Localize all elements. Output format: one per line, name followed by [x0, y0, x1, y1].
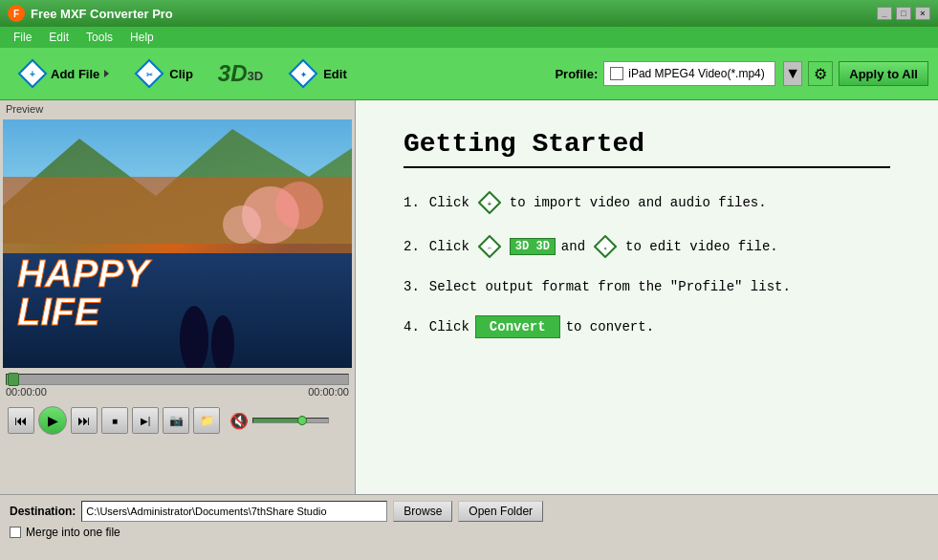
profile-dropdown-button[interactable]: ▼: [783, 61, 802, 86]
controls-area: ⏮ ▶ ⏭ ■ ▶| 📷 📁 🔇: [0, 402, 355, 439]
profile-label: Profile:: [555, 67, 598, 81]
svg-text:+: +: [487, 200, 491, 208]
volume-thumb[interactable]: [297, 416, 307, 425]
menu-bar: File Edit Tools Help: [0, 27, 938, 48]
merge-row: Merge into one file: [10, 526, 928, 539]
toolbar: + Add File ✂ Clip 3D 3D ✦ Edit Profil: [0, 48, 938, 100]
step-4-num: 4.: [404, 319, 420, 334]
app-icon: F: [8, 5, 25, 22]
preview-image: HAPPY LIFE: [3, 119, 352, 368]
step-1-row: 1. Click + to import video and audio fil…: [404, 191, 890, 214]
app-title: Free MXF Converter Pro: [31, 7, 877, 21]
time-total: 00:00:00: [308, 386, 349, 398]
right-panel: Getting Started 1. Click + to import vid…: [356, 100, 938, 494]
svg-text:+: +: [30, 69, 35, 79]
main-content: Preview: [0, 100, 938, 494]
folder-button[interactable]: 📁: [193, 407, 220, 434]
step-1-icon: +: [478, 191, 501, 214]
progress-thumb[interactable]: [8, 373, 19, 386]
frame-forward-button[interactable]: ▶|: [132, 407, 159, 434]
step-2-3d-icon: 3D 3D: [510, 238, 556, 255]
close-button[interactable]: ×: [915, 7, 930, 20]
minimize-button[interactable]: _: [877, 7, 892, 20]
add-file-icon: +: [17, 58, 48, 89]
menu-edit[interactable]: Edit: [41, 29, 76, 46]
menu-file[interactable]: File: [6, 29, 39, 46]
threed-label: 3D: [218, 60, 248, 87]
step-4-row: 4. Click Convert to convert.: [404, 315, 890, 338]
clip-icon: ✂: [134, 58, 164, 89]
clip-label: Clip: [169, 67, 193, 81]
destination-label: Destination:: [10, 505, 76, 518]
svg-point-12: [223, 205, 261, 244]
svg-text:✦: ✦: [300, 71, 307, 79]
step-2-row: 2. Click ✂ 3D 3D and ✦ to edit video fil…: [404, 235, 890, 258]
screenshot-button[interactable]: 📷: [163, 407, 189, 434]
preview-area: HAPPY LIFE: [3, 119, 352, 368]
clip-button[interactable]: ✂ Clip: [126, 54, 201, 93]
svg-text:LIFE: LIFE: [17, 291, 101, 333]
convert-button[interactable]: Convert: [475, 315, 560, 338]
svg-text:HAPPY: HAPPY: [17, 252, 152, 294]
open-folder-button[interactable]: Open Folder: [458, 501, 543, 522]
step-4-end: to convert.: [566, 319, 654, 334]
profile-value: iPad MPEG4 Video(*.mp4): [628, 67, 765, 80]
step-1-num: 1.: [404, 195, 420, 210]
step-2-end: to edit video file.: [625, 239, 778, 254]
merge-checkbox[interactable]: [10, 527, 21, 538]
step-1-click: Click: [429, 195, 469, 210]
add-file-dropdown-arrow[interactable]: [104, 70, 109, 77]
svg-text:✂: ✂: [146, 71, 153, 79]
edit-button[interactable]: ✦ Edit: [280, 54, 355, 93]
destination-row: Destination: C:\Users\Administrator\Docu…: [10, 501, 928, 522]
title-bar: F Free MXF Converter Pro _ □ ×: [0, 0, 938, 27]
step-2-click: Click: [429, 239, 469, 254]
threed-button[interactable]: 3D 3D: [210, 56, 271, 91]
svg-point-11: [275, 182, 323, 229]
window-controls: _ □ ×: [877, 7, 930, 20]
progress-bar-area: 00:00:00 00:00:00: [0, 370, 355, 402]
preview-label: Preview: [0, 100, 355, 118]
threed-sub: 3D: [248, 69, 264, 83]
add-file-button[interactable]: + Add File: [10, 54, 117, 93]
maximize-button[interactable]: □: [896, 7, 911, 20]
step-4-click: Click: [429, 319, 469, 334]
menu-help[interactable]: Help: [122, 29, 162, 46]
volume-icon: 🔇: [229, 412, 249, 430]
time-display: 00:00:00 00:00:00: [6, 385, 349, 398]
getting-started-title: Getting Started: [404, 129, 890, 168]
step-2-icon2: ✦: [594, 235, 617, 258]
step-1-end: to import video and audio files.: [510, 195, 767, 210]
preview-scene-svg: HAPPY LIFE: [3, 119, 352, 368]
skip-back-button[interactable]: ⏮: [8, 407, 34, 434]
volume-slider[interactable]: [252, 418, 329, 423]
apply-all-button[interactable]: Apply to All: [839, 61, 928, 86]
add-file-label: Add File: [51, 67, 99, 81]
profile-select[interactable]: iPad MPEG4 Video(*.mp4): [603, 61, 775, 86]
progress-track[interactable]: [6, 374, 349, 385]
stop-button[interactable]: ■: [101, 407, 128, 434]
merge-label: Merge into one file: [26, 526, 120, 539]
fast-forward-button[interactable]: ⏭: [71, 407, 98, 434]
menu-tools[interactable]: Tools: [78, 29, 120, 46]
bottom-bar: Destination: C:\Users\Administrator\Docu…: [0, 494, 938, 560]
edit-label: Edit: [323, 67, 347, 81]
profile-select-icon: [610, 67, 623, 80]
play-button[interactable]: ▶: [38, 406, 67, 435]
step-3-num: 3.: [404, 279, 420, 294]
destination-path: C:\Users\Administrator\Documents\7thShar…: [81, 501, 387, 522]
step-2-num: 2.: [404, 239, 420, 254]
profile-area: Profile: iPad MPEG4 Video(*.mp4) ▼ ⚙ App…: [555, 61, 928, 86]
step-2-icon1: ✂: [478, 235, 501, 258]
step-2-and: and: [561, 239, 585, 254]
step-3-row: 3. Select output format from the "Profil…: [404, 279, 890, 294]
step-3-text: Select output format from the "Profile" …: [429, 279, 791, 294]
settings-gear-button[interactable]: ⚙: [808, 61, 833, 86]
left-panel: Preview: [0, 100, 356, 494]
browse-button[interactable]: Browse: [393, 501, 452, 522]
edit-icon: ✦: [288, 58, 318, 89]
time-current: 00:00:00: [6, 386, 47, 398]
